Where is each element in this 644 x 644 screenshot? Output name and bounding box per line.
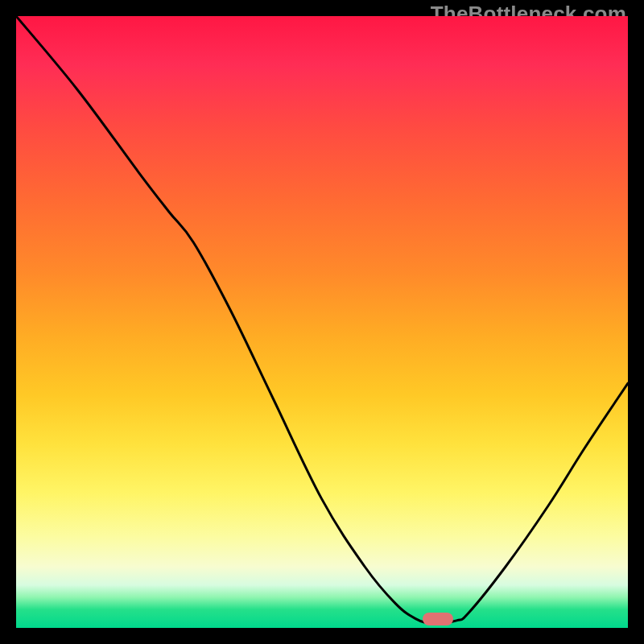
optimal-marker [423, 613, 453, 625]
chart-container: TheBottleneck.com [0, 0, 644, 644]
curve-svg [16, 16, 628, 628]
plot-area [16, 16, 628, 628]
bottleneck-curve [16, 16, 628, 623]
